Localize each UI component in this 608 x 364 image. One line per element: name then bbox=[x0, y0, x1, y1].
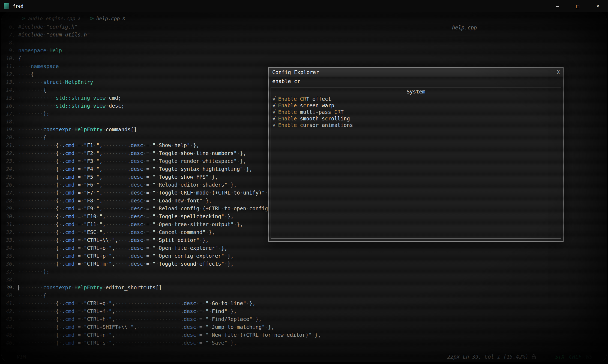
line-number: 31. bbox=[3, 220, 18, 228]
checkbox-checked-icon[interactable]: √ bbox=[272, 122, 275, 128]
code-line[interactable]: 36.············{·.cmd·=·"CTRL+m·",····.d… bbox=[3, 260, 607, 268]
checkbox-checked-icon[interactable]: √ bbox=[272, 102, 275, 109]
line-number: 43. bbox=[3, 315, 18, 323]
status-flag-stx[interactable]: STX bbox=[555, 354, 564, 360]
code-token: = bbox=[199, 300, 202, 306]
line-content: ············{·.cmd·=·"F5·",········.desc… bbox=[18, 173, 218, 181]
code-token: "CTRL+f bbox=[84, 308, 106, 314]
code-token: , bbox=[112, 261, 115, 267]
code-token: , bbox=[112, 332, 115, 338]
line-content: ············{·.cmd·=·"F3·",········.desc… bbox=[18, 157, 246, 165]
tab-audio-engine-cpp[interactable]: C+ audio-engine.cpp X bbox=[18, 15, 84, 22]
code-token: { bbox=[56, 150, 59, 156]
checkbox-checked-icon[interactable]: √ bbox=[272, 96, 275, 102]
code-token: ············ bbox=[18, 158, 56, 164]
code-token: · bbox=[74, 198, 77, 204]
line-number: 8. bbox=[3, 39, 18, 47]
editor-screen: C+ audio-engine.cpp X C+ help.cpp X help… bbox=[1, 12, 607, 362]
config-search-input[interactable]: enable cr bbox=[269, 77, 563, 86]
code-token: = bbox=[77, 198, 80, 204]
close-button[interactable]: × bbox=[588, 0, 608, 12]
code-token: HelpEntry bbox=[74, 126, 103, 132]
line-number: 23. bbox=[3, 157, 18, 165]
code-token: " bbox=[109, 253, 112, 259]
code-token: · bbox=[81, 229, 84, 235]
code-token: spellchecking" bbox=[181, 213, 224, 219]
code-line[interactable]: 10.{ bbox=[3, 54, 607, 62]
status-flag-ws[interactable]: WS bbox=[586, 354, 592, 360]
code-line[interactable]: 39.········constexpr·HelpEntry·editor_sh… bbox=[3, 284, 607, 292]
line-number: 30. bbox=[3, 213, 18, 220]
code-line[interactable]: 44.············{·.cmd·=·"CTRL+SHIFT+\\·"… bbox=[3, 323, 607, 331]
code-line[interactable]: 43.············{·.cmd·=·"CTRL+h·",······… bbox=[3, 315, 607, 323]
code-token: = bbox=[77, 213, 80, 219]
code-token: · bbox=[96, 213, 99, 219]
code-token: · bbox=[59, 245, 62, 251]
code-token: file bbox=[174, 245, 187, 251]
tab-close-icon[interactable]: X bbox=[122, 16, 125, 21]
checkbox-checked-icon[interactable]: √ bbox=[272, 115, 275, 122]
code-line[interactable]: 42.············{·.cmd·=·"CTRL+f·",······… bbox=[3, 307, 607, 315]
code-token: · bbox=[143, 182, 146, 188]
status-flag-crlf[interactable]: CRLF bbox=[569, 354, 582, 360]
config-option-row[interactable]: √Enable multi-pass CRT bbox=[271, 109, 561, 115]
code-token: .cmd bbox=[62, 324, 74, 330]
code-token: , bbox=[112, 245, 115, 251]
code-token: · bbox=[171, 198, 174, 204]
code-token: Toggle bbox=[159, 261, 178, 267]
code-token: { bbox=[18, 55, 21, 61]
code-line[interactable]: 7.#include·"enum-utils.h" bbox=[3, 31, 607, 39]
code-token: · bbox=[199, 205, 202, 211]
code-token: "F4 bbox=[84, 166, 93, 172]
code-line[interactable]: 46.············{·.cmd·=·"CTRL+s·",······… bbox=[3, 339, 607, 347]
code-token: · bbox=[93, 205, 96, 211]
code-token: Reload bbox=[159, 182, 178, 188]
code-token: · bbox=[74, 316, 77, 322]
code-token: · bbox=[156, 237, 159, 243]
tab-close-icon[interactable]: X bbox=[78, 16, 80, 21]
code-line[interactable]: 38. bbox=[3, 276, 607, 284]
code-token: · bbox=[59, 308, 62, 314]
code-line[interactable]: 8. bbox=[3, 39, 607, 47]
tab-help-cpp[interactable]: C+ help.cpp X bbox=[86, 15, 128, 22]
code-line[interactable]: 45.············{·.cmd·=·"CTRL+n·",······… bbox=[3, 331, 607, 339]
code-line[interactable]: 9.namespace·Help bbox=[3, 47, 607, 54]
code-line[interactable]: 34.············{·.cmd·=·"CTRL+o·",····.d… bbox=[3, 244, 607, 252]
checkbox-checked-icon[interactable]: √ bbox=[272, 109, 275, 115]
code-token: · bbox=[230, 205, 233, 211]
code-token: " bbox=[96, 190, 99, 196]
minimize-button[interactable]: – bbox=[547, 0, 568, 12]
config-option-label: Enable CRT effect bbox=[278, 96, 331, 102]
code-token: .desc bbox=[181, 308, 196, 314]
line-content: ········constexpr·HelpEntry·commands[] bbox=[18, 126, 137, 134]
code-line[interactable]: 41.············{·.cmd·=·"CTRL+g·",······… bbox=[3, 299, 607, 307]
dialog-close-icon[interactable]: X bbox=[557, 69, 560, 75]
code-token: · bbox=[149, 237, 152, 243]
vim-mode-indicator: VIM bbox=[17, 354, 26, 360]
code-token: show bbox=[181, 174, 193, 180]
code-token: · bbox=[156, 158, 159, 164]
code-token: ············ bbox=[18, 198, 56, 204]
code-token: { bbox=[56, 174, 59, 180]
code-line[interactable]: 37.········}; bbox=[3, 268, 607, 276]
code-line[interactable]: 40.········{ bbox=[3, 292, 607, 299]
code-token: .desc bbox=[181, 332, 196, 338]
code-token: · bbox=[149, 245, 152, 251]
code-token: = bbox=[146, 229, 149, 235]
config-option-row[interactable]: √Enable screen warp bbox=[271, 102, 561, 109]
code-token: Open bbox=[159, 221, 171, 227]
code-token: " bbox=[152, 150, 155, 156]
code-token: }, bbox=[206, 198, 212, 204]
config-option-row[interactable]: √Enable CRT effect bbox=[271, 96, 561, 102]
config-option-row[interactable]: √Enable cursor animations bbox=[271, 122, 561, 128]
code-line[interactable]: 35.············{·.cmd·=·"CTRL+p·",····.d… bbox=[3, 252, 607, 260]
code-line[interactable]: 6.#include·"config.h" bbox=[3, 23, 607, 31]
line-number: 24. bbox=[3, 165, 18, 173]
config-option-row[interactable]: √Enable smooth scrolling bbox=[271, 115, 561, 122]
code-token: · bbox=[187, 245, 190, 251]
code-token: ············ bbox=[18, 182, 56, 188]
code-token: · bbox=[106, 103, 109, 109]
code-token: "CTRL+p bbox=[84, 253, 106, 259]
maximize-button[interactable]: □ bbox=[568, 0, 588, 12]
code-token: · bbox=[230, 190, 233, 196]
